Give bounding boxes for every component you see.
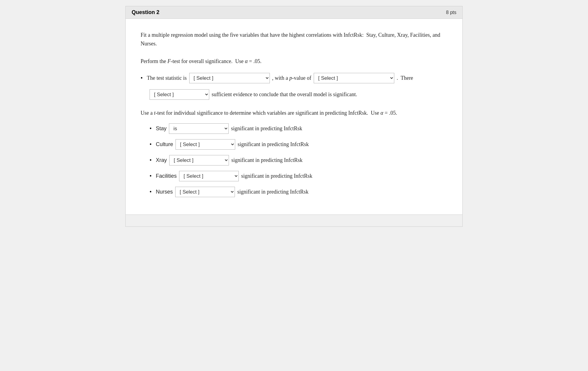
xray-label: Xray bbox=[156, 157, 167, 163]
test-statistic-row: • The test statistic is [ Select ] 0.5 1… bbox=[141, 73, 447, 83]
culture-row: • Culture [ Select ] is is not significa… bbox=[150, 139, 447, 150]
test-statistic-select[interactable]: [ Select ] 0.5 1.0 2.0 3.5 5.0 bbox=[189, 73, 270, 83]
bullet-dot-facilities: • bbox=[150, 173, 152, 180]
stay-suffix: significant in predicting InfctRsk bbox=[231, 125, 302, 132]
test-statistic-label: The test statistic is bbox=[147, 75, 187, 81]
pvalue-select[interactable]: [ Select ] < .001 0.001 0.01 0.05 0.1 bbox=[314, 73, 394, 83]
facilities-row: • Facilities [ Select ] is is not signif… bbox=[150, 171, 447, 181]
nurses-label: Nurses bbox=[156, 189, 173, 195]
there-label: . There bbox=[397, 75, 413, 81]
bottom-bar bbox=[125, 215, 463, 227]
pvalue-label: , with a p-value of bbox=[272, 75, 311, 81]
nurses-row: • Nurses [ Select ] is is not significan… bbox=[150, 187, 447, 197]
facilities-suffix: significant in predicting InfctRsk bbox=[241, 173, 312, 179]
bullet-dot-culture: • bbox=[150, 141, 152, 148]
question-points: 8 pts bbox=[446, 10, 456, 15]
evidence-select[interactable]: [ Select ] is is not bbox=[150, 89, 209, 100]
xray-row: • Xray [ Select ] is is not significant … bbox=[150, 155, 447, 165]
xray-select[interactable]: [ Select ] is is not bbox=[169, 155, 229, 165]
intro-paragraph: Fit a multiple regression model using th… bbox=[141, 31, 447, 48]
facilities-select[interactable]: [ Select ] is is not bbox=[179, 171, 239, 181]
bullet-dot-nurses: • bbox=[150, 188, 152, 195]
facilities-label: Facilities bbox=[156, 173, 177, 179]
culture-select[interactable]: [ Select ] is is not bbox=[176, 139, 235, 150]
bullet-dot-stay: • bbox=[150, 125, 152, 132]
ttest-intro: Use a t-test for individual significance… bbox=[141, 109, 447, 117]
evidence-suffix: sufficient evidence to conclude that the… bbox=[212, 91, 357, 98]
xray-suffix: significant in predicting InfctRsk bbox=[231, 157, 302, 163]
culture-suffix: significant in predicting InfctRsk bbox=[238, 141, 309, 148]
bullet-dot-xray: • bbox=[150, 157, 152, 164]
nurses-suffix: significant in predicting InfctRsk bbox=[237, 189, 308, 195]
stay-row: • Stay is [ Select ] is not significant … bbox=[150, 123, 447, 134]
ftest-intro: Perform the F-test for overall significa… bbox=[141, 57, 447, 66]
evidence-row: [ Select ] is is not sufficient evidence… bbox=[150, 89, 447, 100]
bullet-dot-1: • bbox=[141, 75, 143, 82]
question-title: Question 2 bbox=[132, 9, 159, 16]
stay-select[interactable]: is [ Select ] is not bbox=[169, 123, 229, 134]
nurses-select[interactable]: [ Select ] is is not bbox=[175, 187, 235, 197]
culture-label: Culture bbox=[156, 141, 173, 148]
stay-label: Stay bbox=[156, 125, 167, 132]
